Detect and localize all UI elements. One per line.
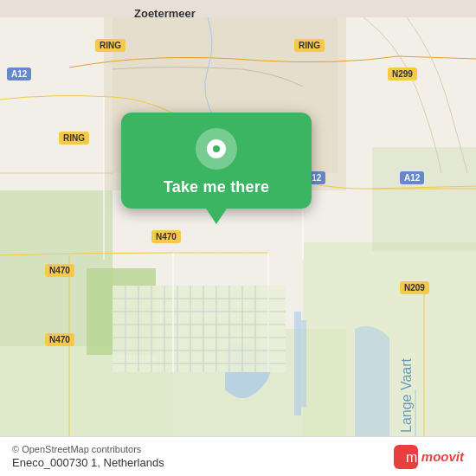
moovit-icon: m	[394, 445, 418, 469]
location-pin-dot	[213, 145, 220, 152]
ring-label-2: RING	[294, 39, 325, 52]
n470-label-1: N470	[151, 230, 181, 243]
take-me-there-button[interactable]: Take me there	[164, 178, 269, 196]
osm-attribution: © OpenStreetMap contributors	[12, 444, 164, 454]
n470-label-2: N470	[45, 264, 74, 277]
svg-rect-7	[372, 147, 476, 251]
moovit-text: moovit	[421, 449, 464, 464]
bottom-left: © OpenStreetMap contributors Eneco_00073…	[12, 444, 164, 469]
svg-text:m: m	[406, 450, 417, 465]
bottom-bar: © OpenStreetMap contributors Eneco_00073…	[0, 436, 476, 476]
a12-label-1: A12	[7, 68, 31, 80]
n209-label: N209	[400, 281, 429, 294]
location-pin-inner	[207, 139, 226, 158]
n470-label-3: N470	[45, 333, 74, 346]
location-pin-icon	[196, 128, 237, 170]
moovit-logo: m moovit	[394, 445, 464, 469]
navigation-popup[interactable]: Take me there	[121, 113, 312, 209]
ring-label-1: RING	[95, 39, 125, 52]
map-container: Lange Vaart RING RING RING A12 A12 A12 N…	[0, 0, 476, 476]
svg-rect-8	[294, 312, 301, 415]
svg-rect-9	[301, 320, 306, 407]
city-label: Zoetermeer	[134, 7, 196, 20]
n299-label: N299	[388, 68, 417, 80]
ring-label-3: RING	[59, 132, 89, 145]
a12-label-3: A12	[400, 171, 424, 184]
location-name: Eneco_000730 1, Netherlands	[12, 456, 164, 469]
svg-text:Lange Vaart: Lange Vaart	[399, 357, 414, 433]
